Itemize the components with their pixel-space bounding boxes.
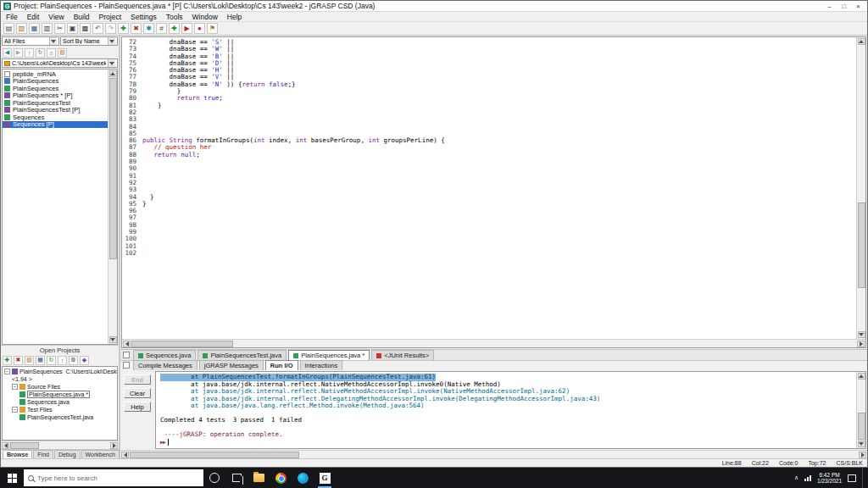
output-horizontal-scrollbar[interactable] xyxy=(120,450,867,458)
scroll-up-icon[interactable] xyxy=(858,38,865,45)
action-center-icon[interactable] xyxy=(848,474,856,482)
scroll-down-icon[interactable] xyxy=(858,331,865,338)
redo-icon[interactable]: ↷ xyxy=(105,23,116,34)
menu-view[interactable]: View xyxy=(48,13,64,21)
output-line-5[interactable]: at java.base/java.lang.reflect.Method.in… xyxy=(160,402,856,410)
menu-help[interactable]: Help xyxy=(227,13,242,21)
open-file-icon[interactable]: ▧ xyxy=(16,23,27,34)
scroll-thumb[interactable] xyxy=(10,442,39,449)
undock-panel-icon[interactable] xyxy=(123,352,130,358)
back-icon[interactable]: ◀ xyxy=(3,48,12,58)
project-tree-item-sequences-java[interactable]: Sequences.java xyxy=(3,398,117,406)
code-lines[interactable]: 72 dnaBase == 'S' ||73 dnaBase == 'W' ||… xyxy=(122,37,856,339)
project-tree-item-plainsequences-c-users-loki-desktop-cs-14[interactable]: −PlainSequences C:\Users\Loki\Desktop\Cs… xyxy=(3,368,117,375)
file-item-peptide-mrna[interactable]: peptide_mRNA xyxy=(3,70,108,78)
run-icon[interactable]: ▶ xyxy=(181,23,192,34)
compile-icon[interactable]: ✚ xyxy=(169,23,180,34)
debug-icon[interactable]: ● xyxy=(194,23,205,34)
freeze-csd-icon[interactable]: ✱ xyxy=(143,23,154,34)
toggle-line-numbers-icon[interactable]: # xyxy=(156,23,167,34)
help-button[interactable]: Help xyxy=(124,402,151,412)
taskbar-search[interactable] xyxy=(24,469,203,486)
project-tree-item-plainsequences-java[interactable]: PlainSequences.java * xyxy=(3,391,117,398)
project-tree-item-plainsequencestest-java[interactable]: PlainSequencesTest.java xyxy=(3,413,117,421)
scroll-right-icon[interactable] xyxy=(859,452,866,458)
scroll-track[interactable] xyxy=(9,442,110,449)
tree-expander-icon[interactable]: − xyxy=(12,407,18,413)
editor-vertical-scrollbar[interactable] xyxy=(856,37,865,339)
save-project-icon[interactable]: ▦ xyxy=(36,356,45,365)
search-input[interactable] xyxy=(37,474,199,482)
project-tree-item-1-94[interactable]: <1.94 > xyxy=(3,375,117,383)
titlebar[interactable]: G Project: PlainSequences - PlainSequenc… xyxy=(1,1,867,12)
new-folder-icon[interactable]: ▧ xyxy=(58,48,67,58)
project-tree-item-source-files[interactable]: −Source Files xyxy=(3,383,117,391)
scroll-up-icon[interactable] xyxy=(109,70,117,77)
project-tree[interactable]: −PlainSequences C:\Users\Loki\Desktop\Cs… xyxy=(2,366,118,441)
panel-tab-workbench[interactable]: Workbench xyxy=(81,450,120,458)
file-item-plainsequences[interactable]: PlainSequences xyxy=(3,85,108,92)
project-tree-item-test-files[interactable]: −Test Files xyxy=(3,406,117,413)
editor-tab-sequences-java[interactable]: Sequences.java xyxy=(133,350,196,360)
minimize-button[interactable]: – xyxy=(822,2,837,11)
editor-horizontal-scrollbar[interactable] xyxy=(122,339,865,347)
scroll-track[interactable] xyxy=(858,45,865,331)
project-settings-icon[interactable]: ⚙ xyxy=(69,356,78,365)
up-directory-icon[interactable]: ↑ xyxy=(25,48,34,58)
paste-icon[interactable]: ▩ xyxy=(80,23,91,34)
scroll-track[interactable] xyxy=(858,380,865,441)
undo-icon[interactable]: ↶ xyxy=(92,23,103,34)
copy-icon[interactable]: ▣ xyxy=(67,23,78,34)
jgrasp-taskbar-button[interactable]: G xyxy=(314,468,336,488)
network-icon[interactable] xyxy=(804,475,811,481)
file-filter-dropdown[interactable]: All Files xyxy=(2,36,59,46)
menu-window[interactable]: Window xyxy=(192,13,218,21)
show-desktop-button[interactable] xyxy=(862,468,865,488)
clear-button[interactable]: Clear xyxy=(124,388,151,398)
panel-tab-debug[interactable]: Debug xyxy=(54,450,81,458)
edge-button[interactable] xyxy=(292,468,314,488)
project-tree-scrollbar[interactable] xyxy=(1,441,119,449)
generate-csd-icon[interactable]: ✚ xyxy=(118,23,129,34)
input-prompt-row[interactable]: ▶▶ xyxy=(160,439,856,446)
scroll-thumb[interactable] xyxy=(858,413,865,440)
file-list-scrollbar[interactable] xyxy=(108,69,117,344)
file-item-plainsequencestest[interactable]: PlainSequencesTest xyxy=(3,99,108,107)
cut-icon[interactable]: ✂ xyxy=(54,23,65,34)
bottom-tab-compile-messages[interactable]: Compile Messages xyxy=(133,360,198,370)
scroll-down-icon[interactable] xyxy=(109,336,117,343)
close-button[interactable]: × xyxy=(851,2,865,11)
scroll-thumb[interactable] xyxy=(109,78,117,259)
scroll-right-icon[interactable] xyxy=(857,341,865,347)
menu-tools[interactable]: Tools xyxy=(166,13,183,21)
bottom-tab-jgrasp-messages[interactable]: jGRASP Messages xyxy=(199,360,264,370)
bottom-tab-interactions[interactable]: Interactions xyxy=(300,360,343,370)
panel-tab-find[interactable]: Find xyxy=(33,450,53,458)
task-view-button[interactable] xyxy=(225,468,248,488)
new-file-icon[interactable]: ▤ xyxy=(3,23,14,34)
remove-project-file-icon[interactable]: ✖ xyxy=(14,356,23,365)
project-up-icon[interactable]: ↑ xyxy=(58,356,67,365)
directory-path-dropdown[interactable]: C:\Users\Loki\Desktop\Cs 143\week2 xyxy=(2,58,118,68)
run-flag-icon[interactable]: ⚑ xyxy=(207,23,218,34)
forward-icon[interactable]: ▶ xyxy=(14,48,23,58)
scroll-up-icon[interactable] xyxy=(858,373,865,380)
editor-tab-plainsequences-java[interactable]: PlainSequences.java * xyxy=(288,350,370,360)
home-directory-icon[interactable]: ⌂ xyxy=(47,48,56,58)
maximize-button[interactable]: □ xyxy=(837,2,851,11)
menu-build[interactable]: Build xyxy=(74,13,90,21)
scroll-track[interactable] xyxy=(131,341,857,347)
add-project-file-icon[interactable]: ✚ xyxy=(3,356,12,365)
project-jar-icon[interactable]: ◆ xyxy=(80,356,89,365)
output-vertical-scrollbar[interactable] xyxy=(856,372,865,448)
menu-edit[interactable]: Edit xyxy=(27,13,40,21)
file-item-plainsequencestest-p[interactable]: PlainSequencesTest [P] xyxy=(3,107,108,114)
menu-file[interactable]: File xyxy=(6,13,18,21)
chrome-button[interactable] xyxy=(270,468,292,488)
scroll-thumb[interactable] xyxy=(131,341,233,347)
file-explorer-button[interactable] xyxy=(248,468,270,488)
tree-expander-icon[interactable]: − xyxy=(4,369,10,374)
sort-dropdown[interactable]: Sort By Name xyxy=(60,36,118,46)
hidden-icons-chevron[interactable]: ∧ xyxy=(794,474,798,481)
bottom-tab-run-i-o[interactable]: Run I/O xyxy=(265,360,298,370)
